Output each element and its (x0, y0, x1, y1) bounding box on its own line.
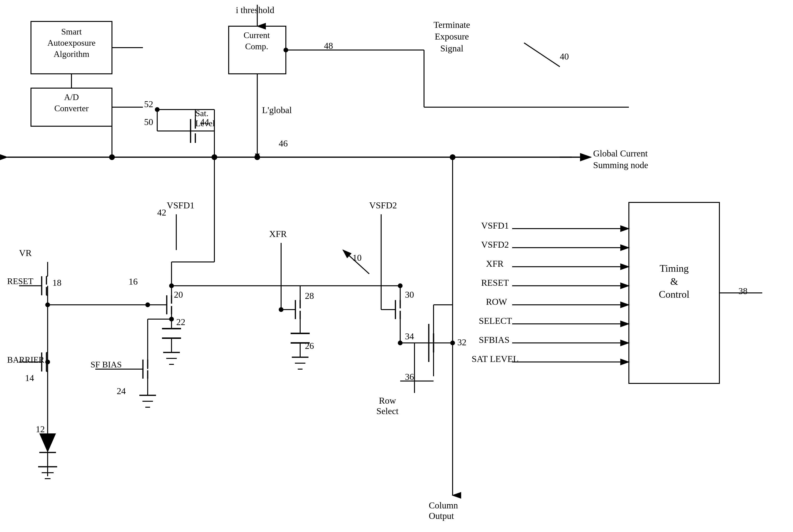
terminate-exposure-label: TerminateExposureSignal (434, 19, 470, 54)
num-10: 10 (353, 252, 362, 263)
timing-control-label: Timing&Control (632, 262, 716, 301)
num-22: 22 (176, 317, 185, 327)
current-comp-label: CurrentComp. (230, 30, 283, 52)
num-20: 20 (174, 289, 183, 300)
num-48: 48 (324, 40, 333, 51)
num-30: 30 (405, 289, 414, 300)
smart-autoexposure-label: SmartAutoexposureAlgorithm (35, 26, 108, 59)
reset-label: RESET (7, 276, 33, 286)
barrier-label: BARRIER (7, 355, 44, 365)
sat-level-right-label: SAT LEVEL (472, 354, 518, 364)
row-right-label: ROW (486, 297, 507, 307)
num-12: 12 (36, 424, 45, 434)
select-right-label: SELECT (479, 316, 512, 326)
svg-point-56 (45, 360, 50, 364)
xfr-right-label: XFR (486, 259, 504, 269)
svg-point-40 (155, 107, 159, 112)
sfbias-right-label: SFBIAS (479, 335, 510, 345)
svg-point-108 (169, 283, 174, 288)
vsfd2-circuit-label: VSFD2 (369, 200, 397, 210)
ad-converter-label: A/DConverter (35, 92, 108, 114)
num-38: 38 (738, 286, 748, 296)
xfr-circuit-label: XFR (269, 229, 287, 239)
num-14: 14 (25, 373, 34, 383)
num-24: 24 (117, 386, 126, 396)
num-34: 34 (405, 331, 414, 341)
num-16: 16 (129, 276, 138, 287)
l-global-label: L'global (262, 105, 292, 115)
vsfd2-right-label: VSFD2 (481, 239, 509, 250)
sf-bias-label: SF BIAS (91, 360, 122, 369)
num-52: 52 (144, 99, 153, 109)
num-46: 46 (279, 138, 288, 149)
global-current-label: Global CurrentSumming node (593, 148, 648, 171)
num-28: 28 (305, 290, 314, 301)
svg-point-135 (450, 155, 455, 159)
vsfd1-circuit-label: VSFD1 (167, 200, 194, 210)
reset-right-label: RESET (481, 278, 509, 288)
vsfd1-right-label: VSFD1 (481, 220, 509, 231)
num-26: 26 (305, 341, 314, 351)
i-threshold-label: i threshold (236, 5, 274, 15)
svg-point-25 (283, 48, 288, 52)
num-50: 50 (144, 117, 153, 127)
num-18: 18 (52, 278, 61, 288)
num-36: 36 (405, 372, 414, 382)
circuit-diagram: i threshold SmartAutoexposureAlgorithm A… (0, 0, 793, 532)
vr-label: VR (19, 248, 32, 258)
svg-point-119 (398, 283, 402, 288)
row-select-label: RowSelect (376, 395, 398, 416)
num-42: 42 (157, 207, 166, 218)
svg-marker-42 (39, 433, 56, 453)
num-40: 40 (560, 51, 569, 62)
num-44: 44 (200, 117, 209, 127)
column-output-label: ColumnOutput (429, 500, 458, 521)
num-32: 32 (457, 337, 467, 347)
svg-line-153 (524, 43, 560, 67)
